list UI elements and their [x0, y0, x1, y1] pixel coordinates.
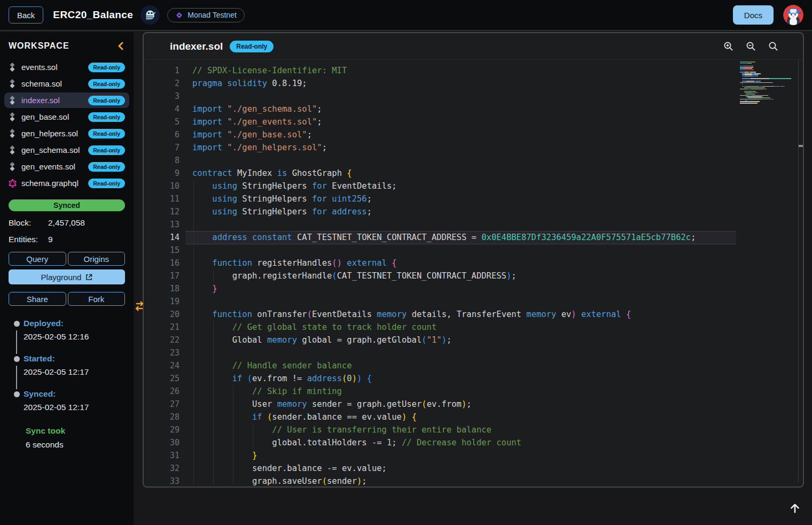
entities-stat: Entities: 9	[9, 235, 125, 244]
code-line: 25 if (ev.from != address(0)) {	[144, 372, 803, 385]
code-line: 31 }	[144, 449, 803, 462]
code-line: 6import "./gen_base.sol";	[144, 128, 803, 141]
code-line: 28 if (sender.balance == ev.value) {	[144, 411, 803, 423]
code-line: 24 // Handle sender balance	[144, 359, 803, 372]
workspace-header: WORKSPACE	[9, 41, 125, 51]
timeline-connector	[16, 366, 17, 389]
app-root: { "topbar": { "back_label": "Back", "tit…	[0, 0, 812, 525]
graphql-file-icon	[9, 179, 17, 188]
code-line: 26 // Skip if minting	[144, 385, 803, 398]
read-only-badge: Read-only	[88, 96, 125, 105]
solidity-file-icon	[9, 63, 17, 72]
solidity-file-icon	[9, 129, 17, 138]
read-only-badge: Read-only	[88, 179, 125, 188]
code-line: 30 global.totalHolders -= 1; // Decrease…	[144, 436, 803, 449]
code-line: 12 using StringHelpers for address;	[144, 205, 803, 218]
search-icon[interactable]	[768, 41, 778, 51]
code-line: 13	[144, 218, 803, 231]
sync-status-pill: Synced	[9, 199, 125, 211]
code-line: 15	[144, 244, 803, 257]
code-line: 33 graph.saveUser(sender);	[144, 475, 803, 485]
timeline-label: Started:	[24, 354, 125, 364]
editor-filename: indexer.sol	[170, 41, 223, 52]
sidebar: WORKSPACE events.sol Read-only schema.so…	[0, 32, 134, 525]
code-line: 9contract MyIndex is GhostGraph {	[144, 167, 803, 180]
origins-button[interactable]: Origins	[68, 252, 126, 266]
back-button[interactable]: Back	[9, 6, 43, 24]
code-line: 16 function registerHandles() external {	[144, 257, 803, 269]
code-editor[interactable]: 1// SPDX-License-Identifier: MIT2pragma …	[144, 60, 803, 485]
panel-resize-handle[interactable]	[132, 300, 146, 315]
read-only-badge: Read-only	[88, 162, 125, 172]
code-line: 3	[144, 90, 803, 103]
file-name: gen_events.sol	[21, 162, 75, 171]
block-label: Block:	[9, 218, 48, 228]
fork-button[interactable]: Fork	[68, 292, 126, 306]
timeline-entry: Deployed: 2025-02-05 12:16	[9, 319, 125, 342]
file-name: gen_base.sol	[21, 112, 69, 121]
sidebar-collapse-button[interactable]	[116, 41, 125, 51]
code-line: 17 graph.registerHandle(CAT_TESTNET_TOKE…	[144, 269, 803, 282]
solidity-file-icon	[9, 162, 17, 171]
entities-label: Entities:	[9, 235, 48, 244]
scrollbar-track[interactable]	[798, 60, 799, 482]
code-line: 21 // Get global state to track holder c…	[144, 321, 803, 334]
code-line: 2pragma solidity 0.8.19;	[144, 77, 803, 90]
ghost-logo-icon	[140, 5, 160, 25]
code-line: 10 using StringHelpers for EventDetails;	[144, 180, 803, 192]
file-name: gen_schema.sol	[21, 145, 80, 155]
docs-button[interactable]: Docs	[733, 5, 774, 25]
workspace-file-list: events.sol Read-only schema.sol Read-onl…	[9, 59, 125, 191]
workspace-file-item[interactable]: events.sol Read-only	[4, 59, 129, 75]
workspace-file-item[interactable]: schema.graphql Read-only	[4, 175, 129, 191]
code-line: 5import "./gen_events.sol";	[144, 115, 803, 128]
workspace-file-item[interactable]: gen_schema.sol Read-only	[4, 142, 129, 158]
code-line: 7import "./gen_helpers.sol";	[144, 141, 803, 154]
zoom-in-icon[interactable]	[723, 41, 733, 51]
editor-panel: indexer.sol Read-only 1// SPDX-License-I…	[143, 32, 804, 488]
network-label: Monad Testnet	[188, 11, 237, 19]
workspace-file-item[interactable]: gen_base.sol Read-only	[4, 109, 129, 125]
topbar: Back ERC20_Balance Monad Testnet Docs	[0, 0, 812, 31]
network-badge[interactable]: Monad Testnet	[167, 8, 245, 22]
editor-header: indexer.sol Read-only	[144, 33, 803, 60]
workspace-title: WORKSPACE	[9, 41, 69, 51]
scroll-to-top-button[interactable]	[784, 497, 806, 519]
file-name: gen_helpers.sol	[21, 129, 78, 138]
solidity-file-icon	[9, 112, 17, 121]
code-line: 27 User memory sender = graph.getUser(ev…	[144, 398, 803, 411]
entities-value: 9	[48, 235, 53, 244]
query-button[interactable]: Query	[9, 252, 66, 266]
read-only-badge: Read-only	[88, 63, 125, 72]
arrow-up-icon	[787, 500, 803, 516]
penguin-avatar[interactable]	[783, 5, 803, 25]
timeline-dot-icon	[14, 391, 20, 397]
workspace-file-item[interactable]: indexer.sol Read-only	[4, 92, 129, 108]
chevron-left-icon	[118, 42, 124, 50]
block-stat: Block: 2,457,058	[9, 218, 125, 228]
timeline-label: Deployed:	[24, 319, 125, 328]
read-only-badge: Read-only	[88, 145, 125, 155]
workspace-file-item[interactable]: gen_helpers.sol Read-only	[4, 126, 129, 141]
timeline-entry: Started: 2025-02-05 12:17	[9, 354, 125, 377]
minimap[interactable]	[740, 61, 797, 104]
workspace-file-item[interactable]: schema.sol Read-only	[4, 76, 129, 91]
sync-took: Sync took 6 seconds	[26, 426, 125, 450]
code-line: 14 address constant CAT_TESTNET_TOKEN_CO…	[144, 231, 803, 244]
file-name: schema.graphql	[21, 179, 79, 188]
code-line: 29 // User is transferring their entire …	[144, 423, 803, 436]
playground-label: Playground	[41, 273, 82, 282]
read-only-badge: Read-only	[88, 129, 125, 138]
code-line: 22 Global memory global = graph.getGloba…	[144, 334, 803, 346]
read-only-badge: Read-only	[230, 41, 274, 52]
share-button[interactable]: Share	[9, 292, 66, 306]
solidity-file-icon	[9, 79, 17, 88]
solidity-file-icon	[9, 145, 17, 155]
code-line: 23	[144, 346, 803, 359]
timeline-dot-icon	[14, 356, 20, 362]
code-line: 19	[144, 295, 803, 308]
scrollbar-thumb[interactable]	[799, 145, 803, 147]
zoom-out-icon[interactable]	[746, 41, 756, 51]
workspace-file-item[interactable]: gen_events.sol Read-only	[4, 159, 129, 174]
playground-button[interactable]: Playground	[9, 269, 125, 284]
